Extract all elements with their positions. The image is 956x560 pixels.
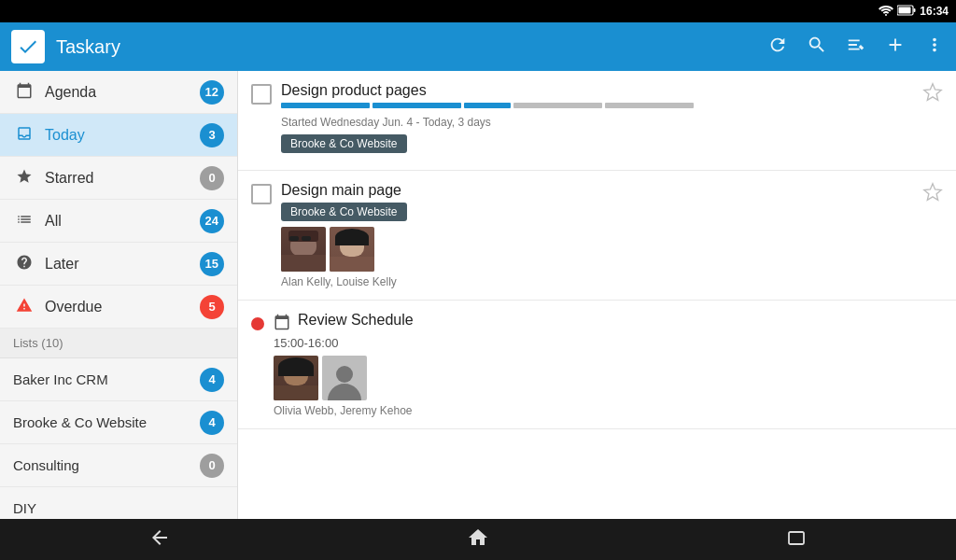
search-button[interactable]: [807, 35, 827, 60]
back-button[interactable]: [148, 526, 171, 553]
progress-segment: [281, 103, 370, 108]
task-title: Design product pages: [281, 82, 913, 99]
wifi-icon: [879, 5, 893, 18]
progress-segment: [513, 103, 602, 108]
task-tag[interactable]: Brooke & Co Website: [281, 203, 407, 221]
avatar: [330, 227, 374, 272]
app-title: Taskary: [56, 36, 767, 58]
content-area: Design product pages Started Wednesday J…: [237, 71, 956, 519]
task-body: Design main page Brooke & Co Website: [281, 182, 913, 288]
avatar: [281, 227, 326, 272]
task-item: Design main page Brooke & Co Website: [238, 171, 956, 301]
task-dot: [251, 317, 264, 330]
task-meta: Started Wednesday Jun. 4 - Today, 3 days: [281, 116, 913, 129]
agenda-label: Agenda: [45, 84, 200, 101]
list-item-diy[interactable]: DIY: [0, 487, 237, 519]
sidebar-item-later[interactable]: Later 15: [0, 243, 237, 286]
star-icon: [13, 168, 35, 189]
header-actions: [767, 35, 945, 60]
overdue-label: Overdue: [45, 299, 200, 315]
task-title: Review Schedule: [298, 312, 414, 329]
sidebar: Agenda 12 Today 3 Starred 0: [0, 71, 237, 519]
star-button[interactable]: [922, 82, 943, 107]
progress-bar: [281, 103, 913, 108]
sidebar-item-today[interactable]: Today 3: [0, 114, 237, 157]
starred-label: Starred: [45, 170, 200, 187]
baker-label: Baker Inc CRM: [13, 371, 200, 387]
task-avatars: [274, 356, 943, 400]
recents-button[interactable]: [785, 526, 808, 553]
inbox-icon: [13, 125, 35, 146]
progress-segment: [605, 103, 694, 108]
agenda-badge: 12: [200, 80, 224, 105]
sidebar-item-all[interactable]: All 24: [0, 200, 237, 243]
warning-icon: [13, 297, 35, 317]
task-avatars: [281, 227, 913, 272]
battery-icon: [897, 5, 916, 18]
app-logo: [11, 30, 45, 63]
avatar: [274, 356, 318, 400]
svg-point-0: [885, 14, 887, 16]
task-body: Review Schedule 15:00-16:00: [274, 312, 943, 417]
svg-rect-5: [789, 532, 804, 544]
task-time: 15:00-16:00: [274, 336, 943, 350]
app-header: Taskary: [0, 22, 956, 71]
brooke-badge: 4: [200, 411, 224, 435]
task-checkbox[interactable]: [251, 184, 272, 204]
brooke-label: Brooke & Co Website: [13, 414, 200, 430]
nav-bar: [0, 519, 956, 560]
more-button[interactable]: [924, 35, 945, 60]
sidebar-item-overdue[interactable]: Overdue 5: [0, 286, 237, 329]
home-button[interactable]: [467, 526, 489, 553]
all-badge: 24: [200, 209, 224, 233]
svg-rect-3: [899, 7, 911, 14]
sidebar-item-agenda[interactable]: Agenda 12: [0, 71, 237, 114]
overdue-badge: 5: [200, 295, 224, 319]
sidebar-item-starred[interactable]: Starred 0: [0, 157, 237, 200]
list-item-consulting[interactable]: Consulting 0: [0, 444, 237, 487]
status-bar: 16:34: [0, 0, 956, 22]
starred-badge: 0: [200, 166, 224, 190]
task-tag[interactable]: Brooke & Co Website: [281, 134, 407, 153]
edit-list-button[interactable]: [846, 35, 866, 60]
calendar-icon: [13, 82, 35, 103]
all-list-icon: [13, 211, 35, 231]
task-body: Design product pages Started Wednesday J…: [281, 82, 913, 159]
avatar-names: Olivia Webb, Jeremy Kehoe: [274, 404, 943, 417]
status-icons: 16:34: [879, 5, 949, 18]
refresh-button[interactable]: [767, 35, 788, 60]
status-time: 16:34: [920, 5, 949, 18]
progress-segment: [464, 103, 511, 108]
list-item-brooke[interactable]: Brooke & Co Website 4: [0, 401, 237, 444]
progress-segment: [373, 103, 461, 108]
task-item: Design product pages Started Wednesday J…: [238, 71, 956, 171]
baker-badge: 4: [200, 368, 224, 392]
question-icon: [13, 254, 35, 274]
task-checkbox[interactable]: [251, 84, 272, 105]
avatar: [322, 356, 367, 400]
today-label: Today: [45, 127, 200, 144]
consulting-badge: 0: [200, 454, 224, 478]
svg-point-4: [336, 366, 353, 383]
add-button[interactable]: [885, 35, 906, 60]
today-badge: 3: [200, 123, 224, 147]
later-badge: 15: [200, 252, 224, 276]
list-item-baker[interactable]: Baker Inc CRM 4: [0, 358, 237, 401]
calendar-icon: [274, 314, 290, 330]
task-title: Design main page: [281, 182, 913, 199]
star-button[interactable]: [922, 182, 943, 207]
all-label: All: [45, 213, 200, 230]
main-layout: Agenda 12 Today 3 Starred 0: [0, 71, 956, 519]
avatar-names: Alan Kelly, Louise Kelly: [281, 275, 913, 288]
later-label: Later: [45, 256, 200, 273]
consulting-label: Consulting: [13, 457, 200, 473]
task-item: Review Schedule 15:00-16:00: [238, 301, 956, 429]
svg-rect-2: [914, 8, 916, 12]
diy-label: DIY: [13, 500, 224, 516]
lists-header: Lists (10): [0, 329, 237, 358]
